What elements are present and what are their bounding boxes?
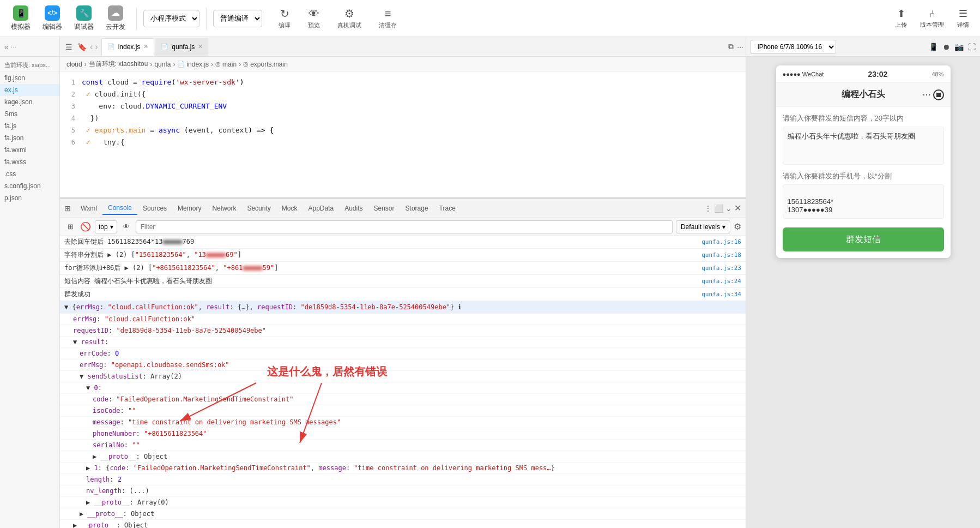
- tab-console[interactable]: Console: [102, 202, 137, 215]
- phone-nav-bar: 编程小石头 ···: [776, 83, 951, 107]
- clear-console-btn[interactable]: 🚫: [80, 221, 92, 233]
- eye-toggle-btn[interactable]: 👁: [120, 221, 132, 233]
- log-obj-0: ▼ 0:: [60, 382, 746, 394]
- sidebar-item-pjson[interactable]: p.json: [0, 192, 59, 204]
- console-filter-input[interactable]: [136, 220, 673, 233]
- compile-select[interactable]: 普通编译: [213, 10, 262, 27]
- log-obj-sendstatuslist: ▼ sendStatusList: Array(2): [60, 371, 746, 382]
- device-select[interactable]: iPhone 6/7/8 100% 16: [751, 40, 836, 54]
- realtest-btn[interactable]: ⚙ 真机调试: [333, 5, 366, 32]
- console-sidebar-toggle[interactable]: ⊞: [64, 221, 76, 233]
- devtools-maximize-btn[interactable]: ⬜: [714, 204, 723, 213]
- log-file-1[interactable]: qunfa.js:16: [701, 237, 741, 247]
- record-btn[interactable]: ⏺: [942, 43, 950, 51]
- sidebar-item-fajson[interactable]: fa.json: [0, 132, 59, 144]
- rotate-btn[interactable]: 📱: [929, 43, 938, 51]
- breadcrumb-indexjs[interactable]: 📄 index.js: [177, 61, 209, 68]
- code-line-6: 6 ✓ tny.{: [60, 136, 746, 148]
- log-row-5: 群发成功 qunfa.js:34: [60, 288, 746, 301]
- log-obj-proto2: ▶ __proto__: Array(0): [60, 497, 746, 508]
- simulator-btn[interactable]: 📱 模拟器: [7, 3, 35, 34]
- clearcache-btn[interactable]: ≡ 清缓存: [374, 5, 401, 32]
- phone-nav-dots[interactable]: ···: [922, 89, 930, 100]
- fullscreen-btn[interactable]: ⛶: [968, 43, 976, 51]
- cloud-btn[interactable]: ☁ 云开发: [101, 3, 130, 34]
- tab-memory[interactable]: Memory: [172, 202, 207, 214]
- tab-wxml[interactable]: Wxml: [75, 202, 102, 214]
- phone-record-icon[interactable]: [933, 89, 944, 100]
- sidebar-item-sms[interactable]: Sms: [0, 108, 59, 120]
- tab-audits[interactable]: Audits: [339, 202, 368, 214]
- tab-qunfajs-label: qunfa.js: [172, 43, 195, 51]
- sidebar-collapse-btn[interactable]: «: [4, 43, 9, 51]
- forward-btn[interactable]: ›: [95, 42, 98, 52]
- log-file-2[interactable]: qunfa.js:18: [701, 250, 741, 260]
- tab-network[interactable]: Network: [207, 202, 241, 214]
- sms-content-label: 请输入你要群发的短信内容，20字以内: [783, 113, 944, 123]
- preview-toolbar: iPhone 6/7/8 100% 16 📱 ⏺ 📷 ⛶: [746, 37, 980, 57]
- screenshot-btn[interactable]: 📷: [954, 43, 964, 51]
- back-btn[interactable]: ‹: [90, 42, 93, 52]
- tab-indexjs[interactable]: 📄 index.js ✕: [101, 38, 155, 56]
- tab-security[interactable]: Security: [241, 202, 276, 214]
- debugger-btn[interactable]: 🔧 调试器: [70, 3, 98, 34]
- mode-select[interactable]: 小程序模式: [143, 10, 199, 27]
- sidebar-item-css[interactable]: .css: [0, 168, 59, 180]
- tab-qunfajs-close[interactable]: ✕: [198, 43, 203, 50]
- devtools-panel: ⊞ Wxml Console Sources Memory Network Se…: [60, 197, 746, 528]
- send-sms-btn[interactable]: 群发短信: [783, 227, 944, 251]
- log-file-3[interactable]: qunfa.js:23: [701, 263, 741, 273]
- console-toolbar: ⊞ 🚫 top ▾ 👁 Default levels ▾ ⚙: [60, 218, 746, 236]
- breadcrumb-qunfa[interactable]: qunfa: [154, 61, 171, 68]
- tab-trace[interactable]: Trace: [434, 202, 461, 214]
- log-file-5[interactable]: qunfa.js:34: [701, 290, 741, 299]
- upload-btn[interactable]: ⬆ 上传: [891, 5, 911, 31]
- console-output[interactable]: 去除回车键后 15611823564*13●●●●●769 qunfa.js:1…: [60, 236, 746, 528]
- tab-storage[interactable]: Storage: [400, 202, 434, 214]
- log-file-4[interactable]: qunfa.js:24: [701, 277, 741, 286]
- sidebar-item-exjs[interactable]: ex.js: [0, 84, 59, 96]
- tab-indexjs-close[interactable]: ✕: [143, 43, 148, 50]
- devtools-more-btn[interactable]: ⋮: [704, 204, 712, 213]
- console-settings-btn[interactable]: ⚙: [734, 221, 741, 232]
- log-obj-main: ▼ {errMsg: "cloud.callFunction:ok", resu…: [60, 301, 746, 314]
- sms-content-input[interactable]: 编程小石头年卡优惠啦，看石头哥朋友圈: [783, 127, 944, 165]
- sidebar-item-figson[interactable]: fig.json: [0, 72, 59, 84]
- phone-numbers-input[interactable]: 15611823564* 1307●●●●●39: [783, 184, 944, 219]
- sidebar-item-fajs[interactable]: fa.js: [0, 120, 59, 132]
- breadcrumb-env[interactable]: 当前环境: xiaoshitou: [89, 59, 148, 69]
- code-line-3: 3 env: cloud.DYNAMIC_CURRENT_ENV: [60, 100, 746, 112]
- devtools-expand-btn[interactable]: ⊞: [64, 204, 71, 213]
- breadcrumb-exportsmain[interactable]: ◎ exports.main: [243, 61, 288, 68]
- tab-indexjs-label: index.js: [118, 43, 141, 51]
- sidebar-item-fawxml[interactable]: fa.wxml: [0, 144, 59, 156]
- tab-qunfajs[interactable]: 📄 qunfa.js ✕: [155, 38, 208, 56]
- tab-sidebar-toggle[interactable]: ☰: [62, 40, 75, 53]
- level-select[interactable]: Default levels ▾: [676, 220, 730, 233]
- tab-mock[interactable]: Mock: [276, 202, 303, 214]
- breadcrumb-cloud[interactable]: cloud: [66, 61, 82, 68]
- editor-btn[interactable]: </> 编辑器: [38, 3, 66, 34]
- breadcrumb-main[interactable]: ◎ main: [215, 61, 237, 68]
- sidebar-item-kagejson[interactable]: kage.json: [0, 96, 59, 108]
- code-line-5: 5 ✓ exports.main = async (event, context…: [60, 124, 746, 136]
- more-options-btn[interactable]: ···: [737, 43, 743, 51]
- sidebar-item-configjson[interactable]: s.config.json: [0, 180, 59, 192]
- code-editor: 1 const cloud = require('wx-server-sdk')…: [60, 72, 746, 197]
- code-line-4: 4 }): [60, 112, 746, 124]
- tab-appdata[interactable]: AppData: [303, 202, 339, 214]
- code-line-2: 2 ✓ cloud.init({: [60, 88, 746, 100]
- context-select[interactable]: top ▾: [95, 220, 117, 233]
- preview-btn[interactable]: 👁 预览: [304, 5, 324, 32]
- log-obj-errmsg: errMsg: "cloud.callFunction:ok": [60, 314, 746, 325]
- detail-btn[interactable]: ☰ 详情: [953, 5, 973, 31]
- version-btn[interactable]: ⑃ 版本管理: [916, 6, 948, 31]
- devtools-close-btn[interactable]: ✕: [734, 203, 741, 213]
- split-view-btn[interactable]: ⧉: [728, 42, 734, 51]
- tab-sensor[interactable]: Sensor: [368, 202, 400, 214]
- sidebar-item-fawxss[interactable]: fa.wxss: [0, 156, 59, 168]
- log-row-1: 去除回车键后 15611823564*13●●●●●769 qunfa.js:1…: [60, 236, 746, 249]
- devtools-minimize-icon[interactable]: ⌄: [725, 204, 732, 213]
- tab-sources[interactable]: Sources: [137, 202, 172, 214]
- refresh-btn[interactable]: ↻ 编译: [274, 5, 295, 32]
